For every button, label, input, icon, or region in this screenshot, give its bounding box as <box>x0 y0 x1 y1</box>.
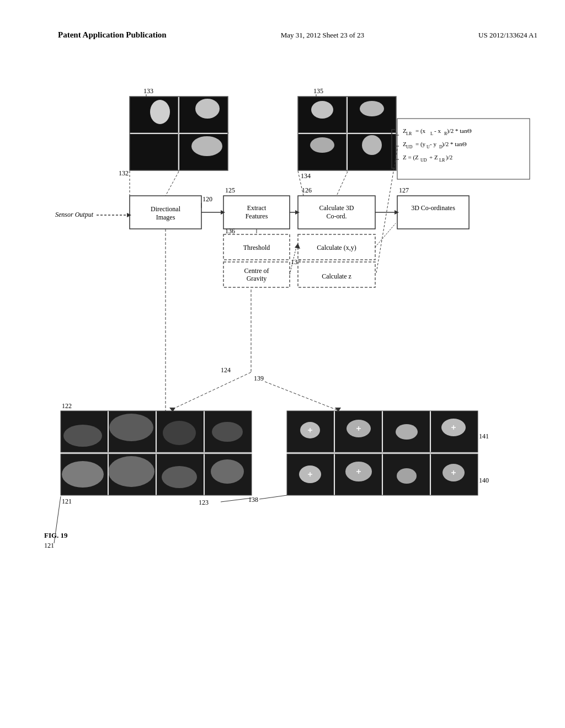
svg-point-45 <box>109 414 153 441</box>
label-123: 123 <box>199 499 209 506</box>
fig-label: FIG. 19 <box>44 531 68 539</box>
svg-point-19 <box>310 137 334 153</box>
image-grid-121 <box>61 454 252 495</box>
label-133: 133 <box>143 87 153 95</box>
label-138: 138 <box>248 496 258 504</box>
svg-point-58 <box>162 466 197 488</box>
svg-point-59 <box>211 459 244 484</box>
label-extract-features2: Features <box>246 212 268 220</box>
svg-point-56 <box>62 461 104 488</box>
svg-text:Z = (Z: Z = (Z <box>403 154 419 161</box>
label-132: 132 <box>119 169 129 177</box>
svg-text:- x: - x <box>434 127 441 134</box>
label-directional-images2: Images <box>156 213 175 221</box>
svg-point-20 <box>362 135 382 155</box>
svg-point-46 <box>163 421 196 445</box>
label-121: 121 <box>62 497 72 505</box>
svg-line-127 <box>221 498 252 502</box>
patent-header-right: US 2012/133624 A1 <box>478 31 537 40</box>
image-grid-133 <box>130 97 229 172</box>
formula-sub1: LR <box>406 131 412 136</box>
diagram-container: 133 135 Directional Images 120 <box>33 85 543 695</box>
label-extract-features: Extract <box>247 204 266 212</box>
label-directional-images: Directional <box>151 205 181 213</box>
svg-point-17 <box>311 101 333 119</box>
svg-line-126 <box>259 495 287 499</box>
label-centre-gravity2: Gravity <box>247 275 267 282</box>
label-calc-3d: Calculate 3D <box>319 204 354 212</box>
label-sensor-output: Sensor Output <box>55 211 94 218</box>
svg-point-6 <box>150 100 170 124</box>
svg-text:)/2 * tanΘ: )/2 * tanΘ <box>442 141 467 148</box>
label-139: 139 <box>254 374 264 382</box>
svg-text:- y: - y <box>430 141 436 147</box>
svg-point-44 <box>63 425 102 447</box>
svg-line-122 <box>171 372 251 410</box>
svg-line-108 <box>166 172 179 196</box>
label-centre-gravity: Centre of <box>244 267 269 275</box>
label-134: 134 <box>301 172 311 180</box>
label-122: 122 <box>62 402 72 410</box>
label-135: 135 <box>313 87 323 95</box>
svg-text:)/2 * tanΘ: )/2 * tanΘ <box>447 127 472 135</box>
patent-header-left: Patent Application Publication <box>58 30 167 40</box>
label-141: 141 <box>479 432 489 440</box>
svg-text:)/2: )/2 <box>446 154 452 161</box>
image-grid-140 <box>287 454 478 495</box>
svg-point-47 <box>212 422 243 442</box>
svg-text:= (y: = (y <box>415 141 426 148</box>
formula-eq1: = (x <box>415 127 426 135</box>
svg-point-8 <box>191 136 222 156</box>
label-124: 124 <box>221 366 231 374</box>
label-126: 126 <box>302 186 312 194</box>
fig-num: 121 <box>44 542 54 549</box>
label-calc-z: Calculate z <box>322 272 351 280</box>
svg-text:+ Z: + Z <box>429 154 438 160</box>
label-calc-xy: Calculate (x,y) <box>317 244 356 251</box>
label-calc-3d2: Co-ord. <box>327 212 347 220</box>
svg-point-18 <box>360 101 384 116</box>
label-127: 127 <box>399 186 409 194</box>
svg-line-124 <box>265 382 337 410</box>
box-3d-coords <box>397 196 469 229</box>
label-140: 140 <box>479 477 489 484</box>
label-125: 125 <box>225 186 235 194</box>
svg-point-57 <box>108 456 154 487</box>
diagram-svg: 133 135 Directional Images 120 <box>33 85 541 692</box>
svg-text:L: L <box>430 131 433 136</box>
label-120: 120 <box>202 195 212 203</box>
svg-point-92 <box>397 468 417 484</box>
image-grid-135 <box>298 97 397 172</box>
svg-text:LR: LR <box>439 158 445 163</box>
svg-point-7 <box>195 99 220 119</box>
label-3d-coords: 3D Co-ordinates <box>411 204 455 212</box>
patent-header-center: May 31, 2012 Sheet 23 of 23 <box>281 31 364 40</box>
svg-line-113 <box>375 223 396 247</box>
svg-rect-2 <box>130 134 178 170</box>
svg-text:UD: UD <box>406 144 413 149</box>
image-grid-122 <box>61 411 252 452</box>
svg-line-109 <box>337 172 348 196</box>
svg-point-74 <box>396 424 418 440</box>
svg-text:UD: UD <box>420 158 427 163</box>
label-threshold: Threshold <box>243 244 270 251</box>
label-136: 136 <box>225 227 235 235</box>
image-grid-141 <box>287 411 478 452</box>
